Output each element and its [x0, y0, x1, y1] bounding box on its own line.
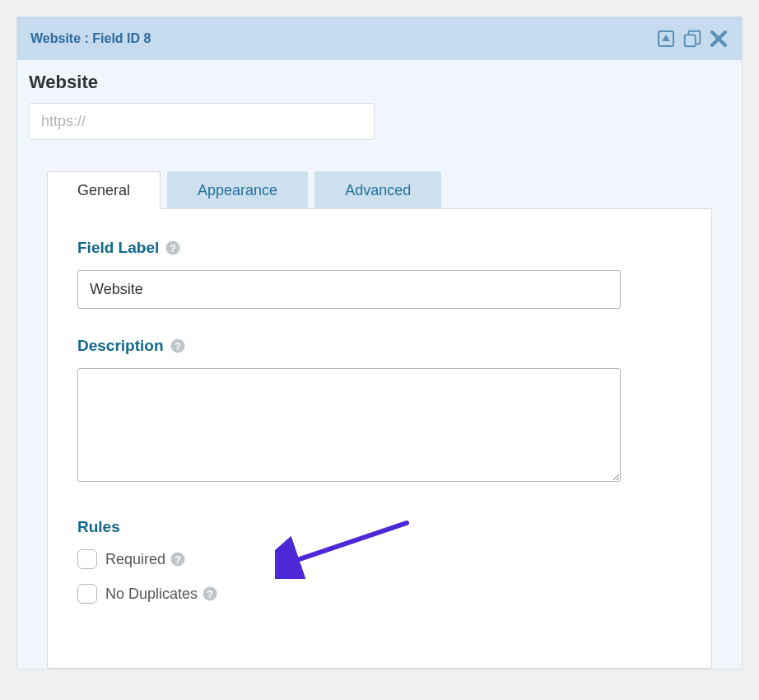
help-icon[interactable]: ?: [165, 240, 180, 255]
tab-advanced[interactable]: Advanced: [314, 171, 441, 209]
collapse-icon[interactable]: [656, 29, 676, 49]
panel-actions: [656, 29, 729, 49]
field-settings-panel: Website : Field ID 8: [16, 16, 743, 670]
tab-appearance[interactable]: Appearance: [167, 171, 308, 209]
panel-header: Website : Field ID 8: [17, 17, 742, 60]
help-icon[interactable]: ?: [203, 586, 217, 601]
required-label: Required ?: [105, 551, 185, 568]
svg-marker-1: [662, 35, 670, 41]
svg-rect-2: [685, 35, 696, 46]
tabs: General Appearance Advanced: [47, 171, 712, 209]
rule-no-duplicates-row: No Duplicates ?: [77, 584, 682, 604]
svg-text:?: ?: [175, 553, 181, 566]
panel-body: Website General Appearance Advanced Fiel…: [17, 60, 742, 669]
tabs-container: General Appearance Advanced Field Label …: [29, 171, 730, 669]
field-label-text: Field Label: [77, 239, 159, 257]
field-preview-input[interactable]: [29, 103, 375, 140]
rules-heading: Rules: [77, 518, 682, 536]
required-checkbox[interactable]: [77, 549, 97, 569]
no-duplicates-label: No Duplicates ?: [105, 586, 217, 603]
help-icon[interactable]: ?: [170, 338, 185, 353]
help-icon[interactable]: ?: [170, 552, 185, 567]
description-heading: Description ?: [77, 337, 682, 355]
description-textarea[interactable]: [77, 368, 621, 482]
tab-general[interactable]: General: [47, 171, 161, 209]
close-icon[interactable]: [709, 29, 729, 49]
no-duplicates-checkbox[interactable]: [77, 584, 97, 604]
svg-text:?: ?: [207, 588, 213, 600]
required-label-text: Required: [105, 551, 165, 568]
tab-content-general: Field Label ? Description ?: [47, 208, 712, 669]
field-preview-label: Website: [29, 72, 730, 93]
rules-text: Rules: [77, 518, 120, 536]
svg-text:?: ?: [175, 340, 181, 352]
rule-required-row: Required ?: [77, 549, 682, 569]
svg-text:?: ?: [170, 242, 176, 254]
field-label-input[interactable]: [77, 270, 621, 309]
duplicate-icon[interactable]: [682, 29, 702, 49]
description-text: Description: [77, 337, 164, 355]
rules-section: Rules Required ?: [77, 518, 682, 604]
no-duplicates-label-text: No Duplicates: [105, 586, 198, 603]
panel-title: Website : Field ID 8: [30, 31, 151, 46]
field-label-heading: Field Label ?: [77, 239, 682, 257]
